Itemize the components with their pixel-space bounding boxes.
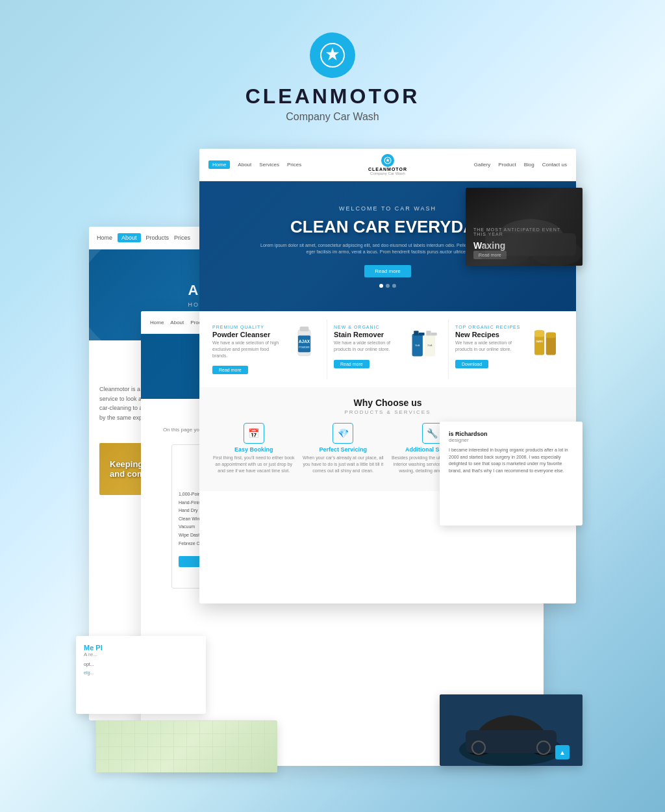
card-testimonial: is Richardson designer I became interest… xyxy=(440,422,583,526)
product-1-label: Premium Quality xyxy=(212,325,284,329)
product-item-powder: Premium Quality Powder Cleanser We have … xyxy=(206,320,327,379)
product-2-label: New & Organic xyxy=(334,325,405,329)
svg-rect-19 xyxy=(546,333,556,338)
svg-rect-9 xyxy=(419,333,425,336)
hero-dot-1 xyxy=(379,284,383,288)
testimonial-role: designer xyxy=(449,437,573,443)
product-3-image: DAWN xyxy=(531,325,563,361)
svg-rect-13 xyxy=(431,333,437,336)
card-waxing: THE MOST ANTICIPATED EVENT THIS YEAR Wax… xyxy=(466,188,583,266)
small-card-title: Me Pl xyxy=(84,644,198,652)
svg-text:XtrA: XtrA xyxy=(427,344,433,347)
about-nav-home[interactable]: Home xyxy=(97,235,112,241)
about-nav-about[interactable]: About xyxy=(118,233,141,242)
card-small-bottom-left: Me Pl A re... opt... elg... xyxy=(76,636,206,714)
home-nav-about[interactable]: About xyxy=(238,162,251,168)
product-1-image: AJAX POWDER xyxy=(288,325,320,361)
home-nav-logo: CLEANMOTOR Company Car Wash xyxy=(368,154,407,175)
small-card-text: opt... xyxy=(84,661,198,668)
svg-text:DAWN: DAWN xyxy=(536,340,543,343)
home-nav-home[interactable]: Home xyxy=(208,160,230,169)
why-booking-desc: First thing first, you'll need to either… xyxy=(212,455,295,474)
hero-dot-2 xyxy=(386,284,390,288)
product-1-btn[interactable]: Read more xyxy=(212,366,248,374)
product-1-desc: We have a wide selection of high exclusi… xyxy=(212,340,284,359)
home-nav-blog[interactable]: Blog xyxy=(524,162,534,168)
home-nav-gallery[interactable]: Gallery xyxy=(474,162,490,168)
small-card-email: elg... xyxy=(84,670,198,675)
prices-nav-home[interactable]: Home xyxy=(150,320,164,325)
why-title: Why Choose us xyxy=(212,398,563,408)
prices-nav-about[interactable]: About xyxy=(170,320,184,325)
svg-rect-16 xyxy=(534,330,544,336)
hero-dot-3 xyxy=(392,284,396,288)
home-nav-contact[interactable]: Contact us xyxy=(542,162,567,168)
products-section: Premium Quality Powder Cleanser We have … xyxy=(199,311,576,387)
hero-dots xyxy=(258,284,518,288)
svg-rect-3 xyxy=(299,327,308,331)
testimonial-name: is Richardson xyxy=(449,431,573,437)
home-nav: Home About Services Prices CLEANMOTOR Co… xyxy=(199,149,576,181)
testimonial-text: I became interested in buying organic pr… xyxy=(449,447,573,474)
home-nav-product[interactable]: Product xyxy=(498,162,516,168)
product-item-recipes: Top Organic Recipes New Recipes We have … xyxy=(449,320,570,379)
scroll-up-indicator[interactable]: ▲ xyxy=(555,745,570,759)
card-map xyxy=(95,720,277,772)
brand-subtitle: Company Car Wash xyxy=(13,111,652,123)
booking-icon: 📅 xyxy=(244,423,264,444)
why-item-booking: 📅 Easy Booking First thing first, you'll… xyxy=(212,423,295,480)
product-1-name: Powder Cleanser xyxy=(212,331,284,338)
why-servicing-title: Perfect Servicing xyxy=(302,446,385,453)
cards-stack: Home About Products Prices ★ CLEANM Ab H… xyxy=(89,149,576,766)
svg-rect-22 xyxy=(485,233,576,256)
product-3-btn[interactable]: Download xyxy=(455,360,488,368)
brand-name: CLEANMOTOR xyxy=(13,84,652,108)
product-2-desc: We have a wide selection of products in … xyxy=(334,340,405,353)
svg-rect-4 xyxy=(297,336,310,353)
svg-text:POWDER: POWDER xyxy=(299,346,310,349)
why-item-servicing: 💎 Perfect Servicing When your car's alre… xyxy=(302,423,385,480)
why-servicing-desc: When your car's already at our place, al… xyxy=(302,455,385,474)
why-subtitle: PRODUCTS & SERVICES xyxy=(212,409,563,415)
svg-text:XtrA: XtrA xyxy=(415,344,420,347)
home-nav-services[interactable]: Services xyxy=(259,162,279,168)
product-2-btn[interactable]: Read more xyxy=(334,360,370,368)
why-booking-title: Easy Booking xyxy=(212,446,295,453)
product-item-stain: New & Organic Stain Remover We have a wi… xyxy=(327,320,449,379)
product-2-image: XtrA XtrA xyxy=(409,325,442,361)
servicing-icon: 💎 xyxy=(332,423,353,444)
product-2-name: Stain Remover xyxy=(334,331,405,338)
brand-logo-icon xyxy=(310,32,355,78)
product-3-label: Top Organic Recipes xyxy=(455,325,527,329)
small-card-sub: A re... xyxy=(84,652,198,657)
about-nav-products[interactable]: Products xyxy=(146,235,169,241)
home-nav-prices[interactable]: Prices xyxy=(287,162,301,168)
product-3-desc: We have a wide selection of products in … xyxy=(455,340,527,353)
about-nav-prices[interactable]: Prices xyxy=(174,235,190,241)
svg-text:AJAX: AJAX xyxy=(298,339,310,344)
svg-rect-12 xyxy=(426,331,431,335)
brand-header: CLEANMOTOR Company Car Wash xyxy=(13,13,652,136)
svg-rect-8 xyxy=(414,331,418,335)
hero-cta-button[interactable]: Read more xyxy=(364,265,411,277)
product-3-name: New Recipes xyxy=(455,331,527,338)
